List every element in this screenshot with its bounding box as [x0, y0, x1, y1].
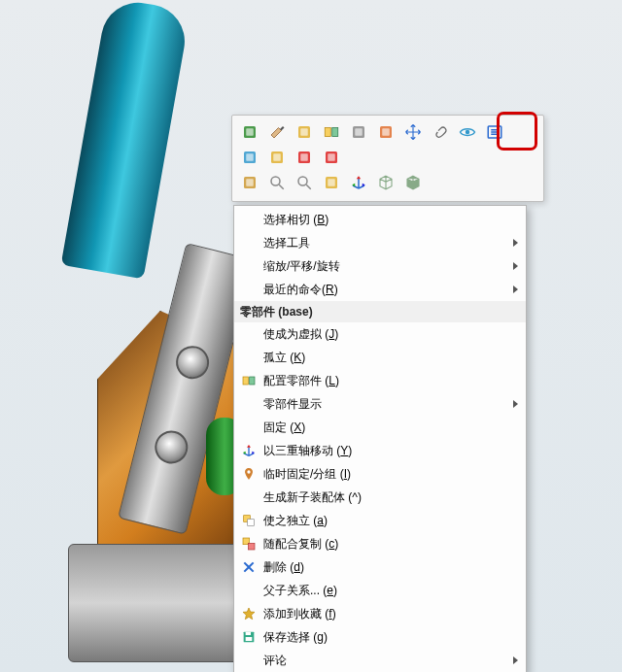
attach-icon: [432, 123, 449, 144]
sketch-icon: [268, 149, 286, 169]
section-button[interactable]: [320, 172, 343, 195]
blank-icon: [238, 256, 259, 276]
menu-item-label: 使成为虚拟 (J): [259, 326, 518, 343]
model-handle: [61, 0, 190, 279]
menu-item-使之独立a[interactable]: 使之独立 (a): [234, 509, 526, 532]
context-menu: 选择相切 (B)选择工具缩放/平移/旋转最近的命令(R)零部件 (base)使成…: [233, 205, 527, 672]
triad-button[interactable]: [347, 172, 370, 195]
delete-icon: [238, 557, 259, 577]
config-button[interactable]: [320, 121, 343, 145]
shaded-icon: [404, 174, 422, 194]
zoom-fit-button[interactable]: [293, 172, 316, 195]
menu-item-添加到收藏f[interactable]: 添加到收藏 (f): [234, 602, 526, 625]
edit-part-button[interactable]: [238, 121, 261, 145]
menu-item-固定X[interactable]: 固定 (X): [234, 416, 526, 439]
menu-item-label: 随配合复制 (c): [259, 536, 518, 553]
attach-button[interactable]: [429, 121, 452, 145]
measure-button[interactable]: [347, 121, 370, 145]
paint-button[interactable]: [265, 121, 289, 145]
menu-item-缩放平移旋转[interactable]: 缩放/平移/旋转: [234, 254, 526, 278]
svg-rect-20: [300, 153, 308, 161]
paint-icon: [268, 123, 286, 144]
menu-item-保存选择g[interactable]: 保存选择 (g): [234, 625, 526, 649]
menu-item-随配合复制c[interactable]: 随配合复制 (c): [234, 532, 526, 555]
chevron-right-icon: [513, 262, 518, 270]
hide-icon: [459, 123, 476, 144]
blank-icon: [238, 487, 259, 507]
svg-line-26: [279, 185, 284, 189]
chevron-right-icon: [513, 239, 518, 247]
menu-item-临时固定分组I[interactable]: 临时固定/分组 (I): [234, 462, 526, 486]
menu-item-label: 保存选择 (g): [259, 629, 518, 646]
blank-icon: [238, 280, 259, 299]
menu-item-label: 生成新子装配体 (^): [259, 489, 518, 506]
menu-item-最近的命令R[interactable]: 最近的命令(R): [234, 278, 526, 301]
menu-item-配置零部件L[interactable]: 配置零部件 (L): [234, 369, 526, 392]
colors-b-button[interactable]: [320, 147, 343, 170]
config-icon: [323, 123, 340, 144]
menu-item-父子关系e[interactable]: 父子关系... (e): [234, 579, 526, 602]
isolate-button[interactable]: [238, 147, 261, 170]
colors-b-icon: [323, 149, 340, 169]
menu-item-label: 添加到收藏 (f): [259, 606, 518, 622]
properties-button[interactable]: [293, 121, 316, 145]
svg-rect-16: [246, 153, 254, 161]
svg-rect-35: [248, 520, 255, 526]
list-button[interactable]: [483, 121, 506, 145]
chevron-right-icon: [513, 656, 518, 664]
svg-rect-40: [246, 637, 253, 641]
star-icon: [238, 604, 259, 623]
svg-rect-22: [328, 153, 335, 161]
move-icon: [404, 123, 422, 144]
menu-item-label: 以三重轴移动 (Y): [259, 443, 518, 459]
move-button[interactable]: [401, 121, 425, 145]
svg-point-25: [271, 177, 280, 185]
menu-header: 零部件 (base): [234, 301, 526, 322]
menu-item-生成新子装配体[interactable]: 生成新子装配体 (^): [234, 486, 526, 509]
blank-icon: [238, 210, 259, 229]
chevron-right-icon: [513, 286, 518, 293]
menu-item-label: 零部件显示: [259, 396, 507, 413]
zoom-fit-icon: [295, 174, 313, 194]
svg-rect-31: [243, 377, 248, 385]
properties-icon: [295, 123, 313, 144]
svg-line-28: [306, 185, 311, 189]
sketch-button[interactable]: [265, 147, 289, 170]
menu-item-label: 使之独立 (a): [259, 513, 518, 529]
svg-rect-9: [382, 128, 390, 136]
menu-item-选择相切B[interactable]: 选择相切 (B): [234, 208, 526, 231]
menu-item-label: 固定 (X): [259, 420, 518, 436]
appearance-button[interactable]: [374, 121, 397, 145]
menu-item-零部件显示[interactable]: 零部件显示: [234, 392, 526, 416]
pin-icon: [238, 464, 259, 484]
copy-icon: [241, 174, 259, 194]
blank-icon: [238, 581, 259, 600]
cad-model[interactable]: [0, 0, 253, 672]
model-hole: [172, 343, 212, 383]
colors-a-button[interactable]: [293, 147, 316, 170]
shaded-button[interactable]: [401, 172, 425, 195]
svg-rect-1: [246, 128, 254, 136]
independent-icon: [238, 511, 259, 530]
zoom-window-button[interactable]: [265, 172, 289, 195]
zoom-window-icon: [268, 174, 286, 194]
box-button[interactable]: [374, 172, 397, 195]
menu-item-label: 缩放/平移/旋转: [259, 258, 507, 275]
svg-rect-5: [332, 127, 338, 136]
config-icon: [238, 371, 259, 390]
blank-icon: [238, 348, 259, 367]
hide-button[interactable]: [456, 121, 479, 145]
menu-item-选择工具[interactable]: 选择工具: [234, 231, 526, 254]
menu-item-评论[interactable]: 评论: [234, 649, 526, 672]
menu-item-label: 孤立 (K): [259, 350, 518, 366]
menu-item-孤立K[interactable]: 孤立 (K): [234, 346, 526, 369]
edit-part-icon: [241, 123, 259, 144]
menu-item-使成为虚拟J[interactable]: 使成为虚拟 (J): [234, 322, 526, 346]
copy-button[interactable]: [238, 172, 261, 195]
menu-item-label: 最近的命令(R): [259, 282, 507, 298]
menu-item-以三重轴移动Y[interactable]: 以三重轴移动 (Y): [234, 439, 526, 462]
menu-item-label: 选择相切 (B): [259, 212, 518, 228]
svg-rect-32: [250, 377, 255, 385]
save-icon: [238, 627, 259, 647]
menu-item-删除d[interactable]: 删除 (d): [234, 555, 526, 579]
